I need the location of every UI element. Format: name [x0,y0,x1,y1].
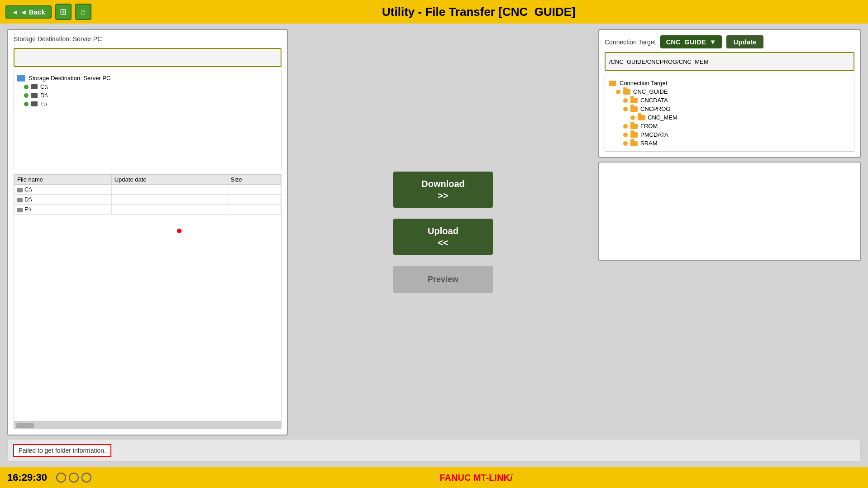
right-tree-cncprog[interactable]: CNCPROG [609,105,850,113]
dot-orange-icon [623,107,628,111]
upload-arrow: << [438,237,448,249]
preview-label: Preview [428,275,458,284]
right-tree-from[interactable]: FROM [609,122,850,130]
folder-icon [630,106,638,112]
footer: 16:29:30 FANUC MT-LINKi [0,467,868,488]
footer-circle-3 [81,473,91,483]
tree-item-c-label: C:\ [40,83,48,90]
drive-icon [17,188,23,192]
right-tree-cnc-mem-label: CNC_MEM [648,114,677,121]
table-row[interactable]: C:\ [14,185,281,195]
file-size-f [228,205,281,215]
home-icon: ⌂ [81,7,86,17]
tree-item-d[interactable]: D:\ [17,91,278,100]
preview-button[interactable]: Preview [393,266,493,293]
header: ◄ ◄ Back ⊞ ⌂ Utility - File Transfer [CN… [0,0,868,24]
dot-orange-icon [623,98,628,103]
right-bottom-panel [598,162,861,261]
file-table: File name Update date Size C:\ [14,174,281,215]
col-updatedate: Update date [111,175,228,185]
right-tree-from-label: FROM [640,123,658,129]
file-name-d: D:\ [14,195,112,205]
dot-orange-icon [630,115,635,120]
scrollbar-thumb [16,423,34,428]
right-tree-cnc-guide-label: CNC_GUIDE [633,88,668,95]
file-name-c: C:\ [14,185,112,195]
right-path-display: /CNC_GUIDE/CNCPROG/CNC_MEM [605,52,854,71]
footer-circle-1 [56,473,66,483]
folder-icon [630,132,638,138]
dot-orange-icon [616,90,620,94]
tree-item-c[interactable]: C:\ [17,82,278,91]
left-tree: Storage Destination: Server PC C:\ D:\ F… [14,71,281,170]
left-panel-title: Storage Destination: Server PC [14,35,281,43]
right-tree-root[interactable]: Connection Target [609,79,850,87]
back-label: ◄ Back [20,8,45,16]
status-bar: Failed to get folder information. [7,439,861,462]
col-filename: File name [14,175,112,185]
update-button[interactable]: Update [726,35,764,48]
drive-icon-c [31,84,38,89]
table-row[interactable]: F:\ [14,205,281,215]
tree-root-server[interactable]: Storage Destination: Server PC [17,74,278,82]
right-tree-cncdata-label: CNCDATA [640,97,668,104]
dot-icon-d [24,93,29,98]
file-date-f [111,205,228,215]
footer-brand: FANUC MT-LINKi [91,473,861,483]
tree-item-d-label: D:\ [40,92,48,99]
connection-target-label: Connection Target [605,38,656,46]
table-row[interactable]: D:\ [14,195,281,205]
download-label: Download [421,178,465,190]
dropdown-chevron-icon: ▼ [710,38,716,46]
drive-icon [17,208,23,212]
connection-dropdown[interactable]: CNC_GUIDE ▼ [660,35,721,48]
download-button[interactable]: Download >> [393,172,493,208]
error-message: Failed to get folder information. [13,444,111,457]
pc-icon [17,75,25,81]
back-button[interactable]: ◄ ◄ Back [5,5,52,19]
col-size: Size [228,175,281,185]
footer-circle-2 [69,473,79,483]
right-tree-sram[interactable]: SRAM [609,139,850,148]
download-arrow: >> [438,190,448,201]
tree-item-f[interactable]: F:\ [17,100,278,108]
grid-button[interactable]: ⊞ [55,4,72,20]
file-table-wrapper: File name Update date Size C:\ [14,174,281,429]
right-path-value: /CNC_GUIDE/CNCPROG/CNC_MEM [609,58,709,65]
file-date-d [111,195,228,205]
folder-icon [630,124,638,129]
cnc-root-icon [609,81,616,86]
file-table-scroll[interactable]: File name Update date Size C:\ [14,174,281,421]
folder-icon [630,141,638,146]
tree-item-f-label: F:\ [40,100,47,107]
connection-target-value: CNC_GUIDE [666,38,706,46]
left-path-input[interactable] [14,48,281,67]
page-title: Utility - File Transfer [CNC_GUIDE] [95,5,863,19]
footer-circles [56,473,91,483]
dot-icon-c [24,85,29,89]
file-name-f: F:\ [14,205,112,215]
red-dot-indicator [177,229,181,233]
brand-italic-i: i [510,473,513,483]
upload-label: Upload [428,225,458,237]
file-size-d [228,195,281,205]
right-panel: Connection Target CNC_GUIDE ▼ Update /CN… [598,29,861,435]
right-tree-cnc-mem[interactable]: CNC_MEM [609,113,850,122]
folder-icon [623,89,630,95]
footer-time: 16:29:30 [7,472,47,483]
drive-icon-f [31,101,38,106]
dot-orange-icon [623,124,628,129]
right-tree-root-label: Connection Target [620,80,667,86]
home-button[interactable]: ⌂ [75,4,91,20]
horizontal-scrollbar[interactable] [14,421,281,429]
right-top: Connection Target CNC_GUIDE ▼ Update /CN… [598,29,861,158]
right-tree-sram-label: SRAM [640,140,658,147]
upload-button[interactable]: Upload << [393,219,493,255]
update-label: Update [734,38,757,46]
main-content: Storage Destination: Server PC Storage D… [0,24,868,467]
drive-icon [17,198,23,202]
right-tree-cnc-guide[interactable]: CNC_GUIDE [609,87,850,96]
right-tree-pmcdata[interactable]: PMCDATA [609,130,850,139]
grid-icon: ⊞ [60,7,67,17]
right-tree-cncdata[interactable]: CNCDATA [609,96,850,105]
